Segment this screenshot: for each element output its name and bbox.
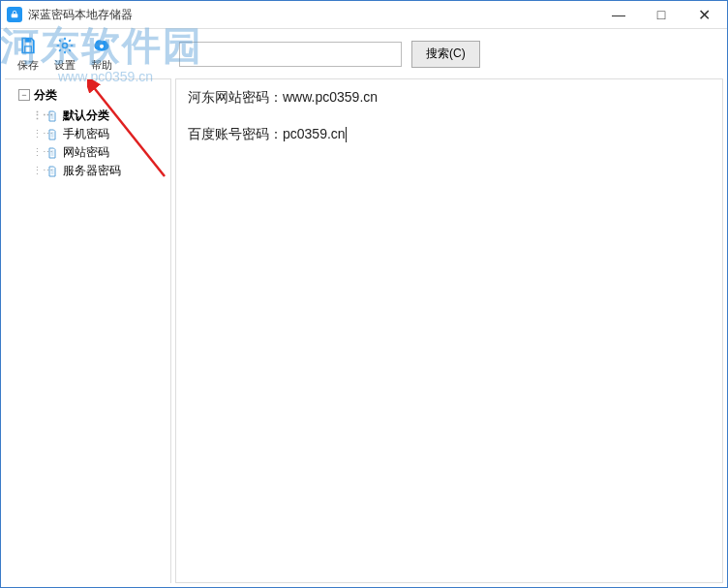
- document-icon: [46, 165, 59, 178]
- tree-item-website[interactable]: ⋮⋯ 网站密码: [32, 143, 170, 162]
- search-button[interactable]: 搜索(C): [411, 41, 480, 68]
- svg-rect-0: [12, 14, 18, 17]
- save-icon: [17, 35, 39, 56]
- document-icon: [46, 146, 59, 160]
- text-cursor: [346, 127, 347, 142]
- window-title: 深蓝密码本地存储器: [28, 7, 597, 23]
- collapse-icon[interactable]: −: [18, 89, 30, 101]
- content-line-1: 河东网站密码：www.pc0359.cn: [188, 89, 711, 107]
- tree-item-server[interactable]: ⋮⋯ 服务器密码: [32, 162, 170, 180]
- cloud-icon: [91, 35, 112, 56]
- sidebar: − 分类 ⋮⋯ 默认分类 ⋮⋯ 手机密码 ⋮⋯: [5, 78, 171, 583]
- minimize-button[interactable]: —: [597, 2, 640, 27]
- app-icon: [7, 7, 22, 22]
- svg-rect-1: [25, 39, 32, 43]
- svg-rect-2: [25, 46, 32, 53]
- document-icon: [46, 128, 59, 141]
- save-button[interactable]: 保存: [11, 31, 46, 77]
- titlebar: 深蓝密码本地存储器 — □ ✕: [1, 1, 727, 28]
- search-input[interactable]: [179, 42, 402, 67]
- toolbar: 保存 设置 帮助 搜索(C): [1, 28, 727, 78]
- close-button[interactable]: ✕: [682, 2, 725, 27]
- tree-root-category[interactable]: − 分类: [15, 85, 170, 105]
- svg-point-7: [100, 45, 104, 48]
- settings-button[interactable]: 设置: [47, 31, 82, 77]
- gear-icon: [54, 35, 76, 56]
- tree-item-default[interactable]: ⋮⋯ 默认分类: [32, 107, 170, 125]
- content-editor[interactable]: 河东网站密码：www.pc0359.cn 百度账号密码：pc0359.cn: [175, 78, 723, 583]
- content-line-2: 百度账号密码：pc0359.cn: [188, 126, 711, 143]
- help-button[interactable]: 帮助: [84, 31, 119, 77]
- document-icon: [46, 109, 59, 123]
- maximize-button[interactable]: □: [640, 2, 682, 27]
- tree-item-phone[interactable]: ⋮⋯ 手机密码: [32, 125, 170, 143]
- svg-point-3: [63, 44, 68, 48]
